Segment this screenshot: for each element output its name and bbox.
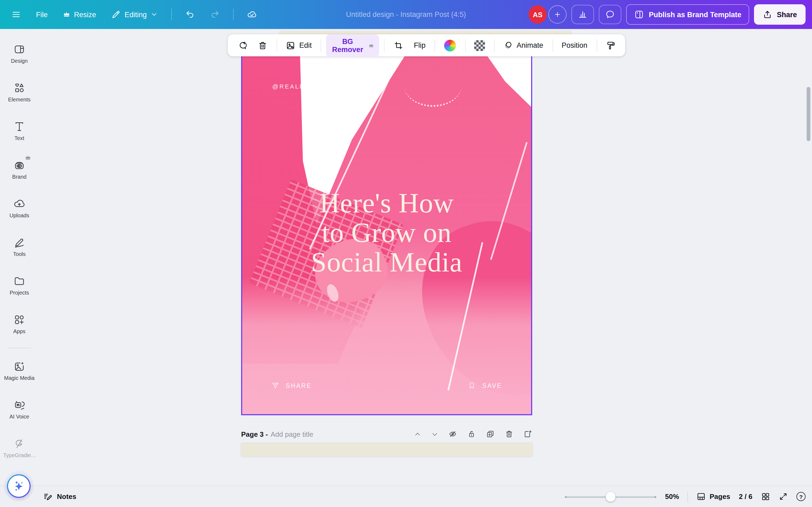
page-2-canvas[interactable]: @REALLYGREATSITE Here's How to Grow on S…: [241, 52, 532, 415]
insights-button[interactable]: [571, 5, 594, 24]
add-member-button[interactable]: [548, 5, 567, 23]
canva-editor: File Resize Editing: [0, 0, 812, 507]
sidebar-item-typegradient[interactable]: TypeGradie...: [2, 431, 37, 465]
share-cta[interactable]: SHARE: [271, 382, 312, 390]
comments-button[interactable]: [599, 5, 621, 24]
redo-button[interactable]: [205, 6, 225, 23]
sidebar-item-apps[interactable]: Apps: [2, 307, 37, 341]
notes-button[interactable]: Notes: [43, 492, 76, 501]
canva-assistant-button[interactable]: [7, 474, 31, 498]
object-panel-sidebar: Design Elements Text Brand Up: [0, 29, 39, 486]
bookmark-icon: [468, 382, 476, 390]
share-cta-label: SHARE: [286, 382, 312, 389]
bottom-bar-right: 50% Pages 2 / 6 ?: [565, 491, 806, 502]
resize-label: Resize: [74, 10, 96, 18]
apps-grid-plus-icon: [13, 314, 25, 326]
sidebar-item-brand[interactable]: Brand: [2, 152, 37, 187]
sidebar-item-label: Apps: [13, 328, 26, 334]
move-page-down-icon[interactable]: [431, 431, 438, 438]
pages-label: Pages: [710, 493, 730, 501]
dress-shape: [242, 277, 531, 414]
copy-style-button[interactable]: [602, 37, 620, 53]
publish-brand-template-button[interactable]: Publish as Brand Template: [626, 4, 750, 25]
sidebar-item-text[interactable]: Text: [2, 114, 37, 148]
sidebar-item-magic-media[interactable]: Magic Media: [2, 353, 37, 388]
help-button[interactable]: ?: [797, 492, 806, 501]
move-page-up-icon[interactable]: [414, 431, 421, 438]
undo-button[interactable]: [181, 6, 200, 23]
heading-text[interactable]: Here's How to Grow on Social Media: [242, 188, 531, 277]
divider: [688, 491, 688, 502]
design-icon: [13, 44, 25, 55]
sidebar-item-label: Uploads: [9, 213, 29, 218]
vertical-scrollbar-thumb[interactable]: [807, 87, 810, 141]
add-page-icon[interactable]: [524, 430, 532, 438]
export-share-icon: [763, 10, 772, 19]
crop-button[interactable]: [389, 37, 407, 53]
pages-icon: [697, 492, 706, 501]
chevron-down-icon: [151, 11, 158, 18]
pages-view-button[interactable]: Pages: [697, 492, 730, 501]
sidebar-item-elements[interactable]: Elements: [2, 75, 37, 109]
design-title[interactable]: Untitled design - Instagram Post (4:5): [346, 10, 466, 18]
avatar-initials: AS: [533, 10, 543, 18]
lock-page-icon[interactable]: [467, 430, 476, 438]
page-3-canvas[interactable]: [241, 443, 532, 457]
main-menu-button[interactable]: [6, 6, 26, 23]
notes-label: Notes: [57, 493, 76, 501]
delete-button[interactable]: [253, 37, 272, 53]
sidebar-item-design[interactable]: Design: [2, 37, 37, 71]
hide-page-icon[interactable]: [448, 430, 457, 438]
ai-voice-icon: [13, 399, 25, 411]
sidebar-item-label: TypeGradie...: [3, 452, 36, 458]
pen-tools-icon: [13, 237, 25, 248]
zoom-slider-thumb[interactable]: [606, 492, 616, 501]
plus-icon: [554, 11, 561, 18]
bottom-bar: Notes 50% Pages 2 / 6: [0, 486, 812, 507]
save-cta[interactable]: SAVE: [468, 382, 502, 390]
sidebar-item-tools[interactable]: Tools: [2, 230, 37, 264]
color-picker-button[interactable]: [440, 36, 460, 54]
sidebar-item-label: AI Voice: [9, 414, 29, 419]
file-menu-button[interactable]: File: [31, 7, 53, 22]
text-icon: [13, 121, 25, 132]
magic-media-icon: [13, 360, 25, 372]
bg-remover-label: BG Remover: [331, 37, 364, 53]
duplicate-page-icon[interactable]: [486, 430, 495, 438]
transparency-button[interactable]: [470, 37, 489, 54]
grid-view-button[interactable]: [761, 492, 770, 501]
delete-page-icon[interactable]: [505, 430, 513, 438]
share-button[interactable]: Share: [754, 4, 806, 25]
zoom-level[interactable]: 50%: [665, 493, 679, 501]
page-3-header: Page 3 - Add page title: [241, 428, 532, 440]
sidebar-item-uploads[interactable]: Uploads: [2, 191, 37, 225]
fullscreen-button[interactable]: [779, 492, 788, 501]
sidebar-item-label: Elements: [8, 97, 30, 103]
heading-line-2: to Grow on: [242, 218, 531, 247]
avatar[interactable]: AS: [528, 5, 547, 23]
transparency-checker-icon: [474, 40, 485, 51]
brand-kit-icon: [13, 159, 25, 171]
editing-mode-button[interactable]: Editing: [106, 6, 163, 23]
animate-button[interactable]: Animate: [499, 37, 548, 53]
sidebar-item-projects[interactable]: Projects: [2, 268, 37, 302]
file-label: File: [36, 10, 48, 18]
context-toolbar: Edit BG Remover Flip Animate: [228, 34, 625, 56]
uploads-cloud-icon: [13, 198, 25, 210]
top-bar-left: File Resize Editing: [6, 6, 262, 23]
resize-button[interactable]: Resize: [58, 7, 101, 22]
edit-image-button[interactable]: Edit: [282, 37, 316, 53]
brand-template-icon: [634, 10, 644, 19]
share-label: Share: [777, 10, 797, 18]
sidebar-item-ai-voice[interactable]: AI Voice: [2, 392, 37, 427]
page-3-title-input[interactable]: Add page title: [271, 430, 313, 438]
zoom-slider[interactable]: [565, 492, 657, 501]
add-comment-button[interactable]: [233, 37, 251, 53]
position-button[interactable]: Position: [557, 38, 592, 53]
expand-icon: [779, 492, 788, 501]
cloud-save-status-button[interactable]: [243, 6, 262, 23]
social-handle-text[interactable]: @REALLYGREATSITE: [272, 83, 353, 90]
grid-view-icon: [761, 492, 770, 501]
bg-remover-button[interactable]: BG Remover: [326, 34, 379, 57]
flip-button[interactable]: Flip: [409, 38, 430, 53]
